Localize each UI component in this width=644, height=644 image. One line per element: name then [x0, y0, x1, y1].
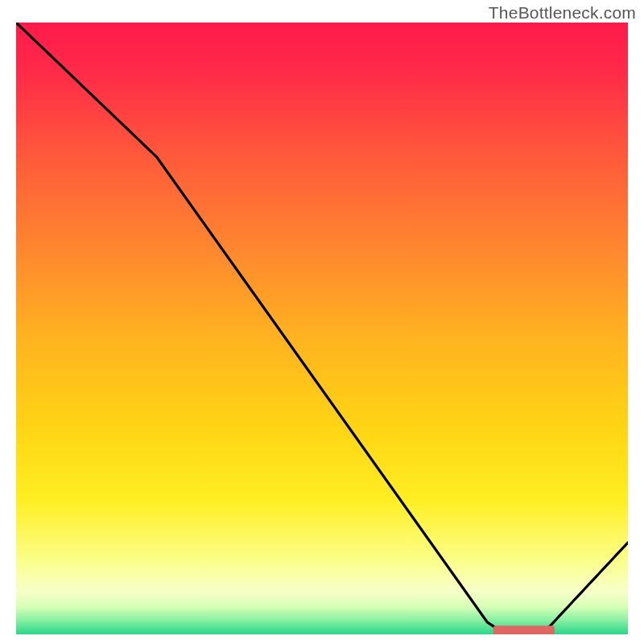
chart-svg [16, 23, 628, 634]
svg-rect-0 [16, 23, 628, 634]
plot-area [16, 23, 628, 634]
chart-container: TheBottleneck.com [0, 0, 644, 644]
flat-band [493, 625, 555, 634]
watermark-text: TheBottleneck.com [489, 3, 636, 23]
